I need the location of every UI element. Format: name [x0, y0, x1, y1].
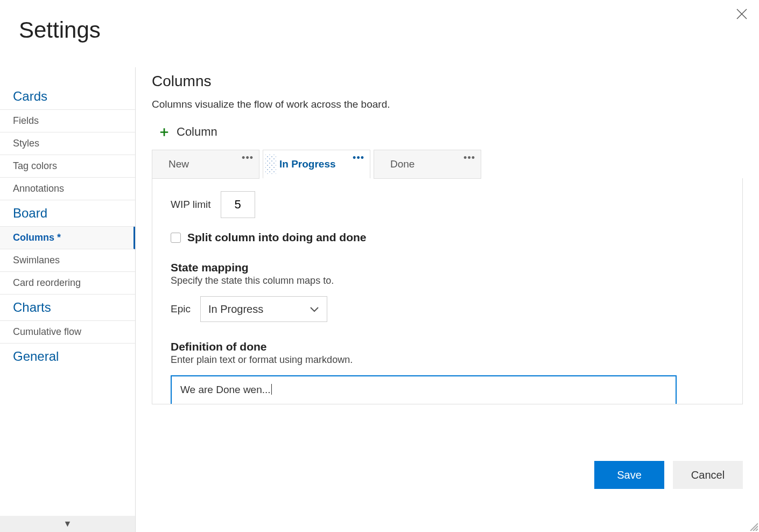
column-tabs: New ••• In Progress ••• Done ••• [152, 150, 743, 179]
panel-description: Columns visualize the flow of work acros… [152, 99, 743, 110]
add-column-button[interactable]: ＋ Column [157, 122, 217, 141]
resize-grip-icon[interactable] [748, 521, 758, 531]
sidebar-item-columns[interactable]: Columns * [0, 227, 135, 249]
sidebar-expand-button[interactable]: ▼ [0, 516, 135, 532]
wip-limit-input[interactable] [221, 191, 255, 218]
sidebar-section-board[interactable]: Board [0, 200, 135, 226]
column-tab-more-icon[interactable]: ••• [463, 152, 475, 164]
state-mapping-selected-value: In Progress [208, 303, 263, 316]
save-button[interactable]: Save [594, 461, 664, 489]
page-title: Settings [19, 17, 101, 43]
columns-panel: Columns Columns visualize the flow of wo… [136, 67, 759, 532]
dialog-footer: Save Cancel [594, 461, 743, 489]
sidebar-item-tag-colors[interactable]: Tag colors [0, 155, 135, 178]
svg-line-4 [756, 529, 758, 531]
definition-of-done-description: Enter plain text or format using markdow… [171, 354, 724, 366]
sidebar-item-annotations[interactable]: Annotations [0, 178, 135, 200]
sidebar-item-fields[interactable]: Fields [0, 110, 135, 132]
split-column-checkbox[interactable] [171, 233, 181, 243]
wip-limit-label: WIP limit [171, 199, 211, 211]
column-tab-done[interactable]: Done ••• [374, 150, 481, 179]
add-column-label: Column [177, 125, 217, 139]
column-tab-label: Done [390, 158, 414, 170]
sidebar-item-cumulative-flow[interactable]: Cumulative flow [0, 321, 135, 344]
panel-heading: Columns [152, 73, 743, 90]
chevron-down-icon [310, 303, 319, 316]
plus-icon: ＋ [157, 122, 171, 141]
text-caret [271, 384, 272, 395]
close-button[interactable] [735, 8, 748, 20]
close-icon [735, 8, 748, 20]
column-settings-form: WIP limit Split column into doing and do… [152, 178, 743, 404]
state-mapping-heading: State mapping [171, 261, 724, 274]
definition-of-done-textarea[interactable]: We are Done wen... [171, 375, 677, 404]
sidebar-section-charts[interactable]: Charts [0, 295, 135, 320]
settings-sidebar: Cards Fields Styles Tag colors Annotatio… [0, 67, 136, 532]
column-tab-more-icon[interactable]: ••• [353, 152, 364, 164]
cancel-button[interactable]: Cancel [673, 461, 743, 489]
sidebar-item-swimlanes[interactable]: Swimlanes [0, 249, 135, 272]
split-column-label: Split column into doing and done [187, 231, 366, 244]
sidebar-item-card-reordering[interactable]: Card reordering [0, 272, 135, 295]
drag-handle-icon[interactable] [265, 155, 276, 174]
sidebar-section-general[interactable]: General [0, 344, 135, 369]
definition-of-done-value: We are Done wen... [180, 384, 271, 395]
state-mapping-type-label: Epic [171, 303, 191, 315]
chevron-down-icon: ▼ [64, 519, 72, 528]
column-tab-more-icon[interactable]: ••• [242, 152, 254, 164]
sidebar-section-cards[interactable]: Cards [0, 83, 135, 109]
column-tab-label: In Progress [279, 158, 336, 170]
state-mapping-select[interactable]: In Progress [200, 296, 327, 322]
column-tab-new[interactable]: New ••• [152, 150, 259, 179]
definition-of-done-heading: Definition of done [171, 340, 724, 353]
column-tab-in-progress[interactable]: In Progress ••• [263, 150, 370, 179]
state-mapping-description: Specify the state this column maps to. [171, 275, 724, 286]
column-tab-label: New [168, 158, 189, 170]
sidebar-item-styles[interactable]: Styles [0, 132, 135, 155]
